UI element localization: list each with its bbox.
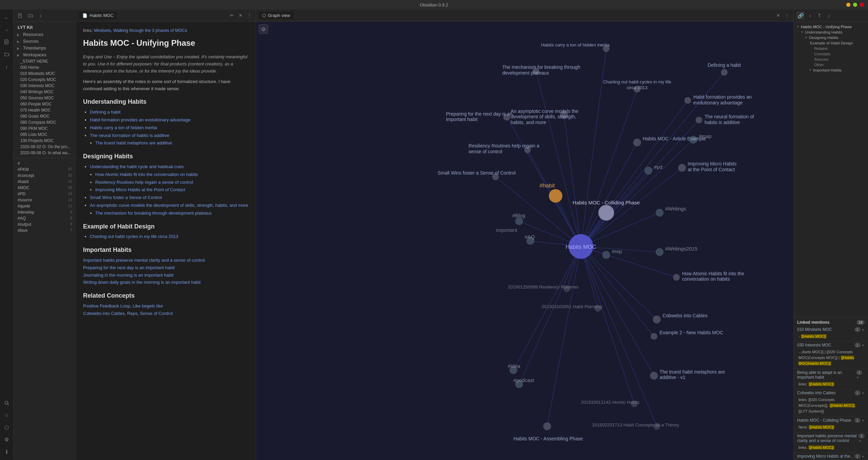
- sidebar-new-note[interactable]: [16, 12, 24, 20]
- sort-icon[interactable]: ↕: [1, 61, 12, 72]
- hashtag-develop[interactable]: #develop9: [14, 209, 76, 215]
- sidebar-item-085[interactable]: 085 Compass MOC: [14, 119, 76, 125]
- edit-icon[interactable]: ✏: [228, 12, 235, 19]
- graph-canvas[interactable]: ⚙: [256, 22, 793, 460]
- sidebar-item-080[interactable]: 080 Goals MOC: [14, 113, 76, 119]
- link-mindsets[interactable]: Mindsets: [94, 28, 111, 33]
- hashtag-source[interactable]: #source13: [14, 197, 76, 203]
- editor-content[interactable]: links: Mindsets, Walking through the 3 p…: [76, 22, 256, 460]
- outline-item-other[interactable]: Other: [794, 62, 868, 67]
- close-graph-icon[interactable]: ✕: [774, 12, 782, 19]
- hashtag-quote[interactable]: #quote11: [14, 203, 76, 209]
- link-cobwebs[interactable]: Cobwebs into Cables: [83, 311, 125, 316]
- sidebar-item-010[interactable]: 010 Mindsets MOC: [14, 71, 76, 77]
- sidebar-item-020[interactable]: 020 Concepts MOC: [14, 77, 76, 83]
- sidebar-item-090[interactable]: 090 PKM MOC: [14, 125, 76, 132]
- outline-item-designing[interactable]: ▼ Designing Habits: [794, 35, 868, 40]
- mention-group-header[interactable]: Habits MOC - Colliding Phase 1 ▼: [794, 417, 868, 424]
- link-sense-of-control[interactable]: Sense of Control: [140, 311, 173, 316]
- close-editor-icon[interactable]: ✕: [237, 12, 244, 19]
- hashtag-moc[interactable]: #MOC25: [14, 185, 76, 191]
- outline-item-important-habits[interactable]: ▼ Important Habits: [794, 67, 868, 73]
- link-mental-clarity[interactable]: Important habits preserve mental clarity…: [83, 257, 249, 264]
- sidebar-section-sources[interactable]: ▶Sources: [14, 38, 76, 45]
- hashtag-pd[interactable]: #PD14: [14, 191, 76, 197]
- link-next-day[interactable]: Preparing for the next day is an importa…: [83, 264, 249, 272]
- link-micro-habits[interactable]: Improving Micro Habits at the Point of C…: [95, 187, 185, 192]
- hashtag-habit[interactable]: #habit31: [14, 179, 76, 185]
- hashtag-aq[interactable]: #AQ8: [14, 215, 76, 221]
- hashtag-concept[interactable]: #concept32: [14, 173, 76, 179]
- outline-item-sources[interactable]: Sources: [794, 57, 868, 62]
- link-small-wins[interactable]: Small Wins foster a Sense of Control: [90, 195, 162, 200]
- sidebar-item-start[interactable]: _START HERE: [14, 58, 76, 64]
- sidebar-item-095[interactable]: 095 Lists MOC: [14, 132, 76, 138]
- mention-group-header[interactable]: 010 Mindsets MOC 1 ▼: [794, 326, 868, 333]
- search-icon[interactable]: [1, 398, 12, 408]
- sidebar-item-030[interactable]: 030 Interests MOC: [14, 83, 76, 89]
- bookmark-icon[interactable]: ☆: [1, 410, 12, 421]
- sidebar-item-20200602[interactable]: 2020-06-02 O- On the pro...: [14, 144, 76, 150]
- graph-settings-btn[interactable]: ⚙: [259, 24, 268, 34]
- sidebar-sort[interactable]: ↕: [37, 12, 45, 20]
- mention-group-header[interactable]: 030 Interests MOC 1 ▼: [794, 342, 868, 348]
- link-habit-cycle[interactable]: Understanding the habit cycle and habitu…: [90, 164, 184, 169]
- outline-item-concepts[interactable]: Concepts: [794, 51, 868, 57]
- mention-group-header[interactable]: Important habits preserve mental clarity…: [794, 433, 868, 444]
- forward-icon[interactable]: →: [1, 24, 12, 35]
- link-positive-loop[interactable]: Positive Feedback Loop: [83, 303, 130, 308]
- panel-link-icon[interactable]: 🔗: [796, 12, 805, 20]
- close-btn[interactable]: [860, 3, 864, 7]
- hashtag-fave[interactable]: #fave7: [14, 227, 76, 234]
- link-habits-inertia[interactable]: Habits carry a ton of hidden inertia: [90, 125, 157, 130]
- hashtag-pkm[interactable]: #PKM47: [14, 166, 76, 173]
- open-folder-icon[interactable]: [1, 49, 12, 60]
- sidebar-section-workspaces[interactable]: ▶Workspaces: [14, 52, 76, 58]
- more-options-icon[interactable]: ⋮: [245, 12, 253, 19]
- mention-group-header[interactable]: Cobwebs into Cables 1 ▼: [794, 389, 868, 396]
- sidebar-item-20200808[interactable]: 2020-08-08 O- In what way...: [14, 150, 76, 156]
- mention-group-header[interactable]: Being able to adapt is an important habi…: [794, 369, 868, 381]
- hashtag-hash[interactable]: #: [14, 160, 76, 166]
- link-resiliency[interactable]: Resiliency Routines help regain a sense …: [95, 180, 193, 185]
- link-neural-formation[interactable]: The neural formation of habits is additi…: [90, 133, 169, 138]
- link-truest[interactable]: The truest habit metaphors are additive: [95, 140, 172, 145]
- editor-tab[interactable]: 📄 Habits MOC: [79, 12, 117, 19]
- sidebar-item-000[interactable]: 000 Home: [14, 64, 76, 71]
- link-reps[interactable]: Reps: [127, 311, 137, 316]
- panel-heading-icon[interactable]: T: [815, 12, 824, 20]
- info-icon[interactable]: ℹ: [1, 446, 12, 457]
- mention-group-header[interactable]: Improving Micro Habits at the... 1 ▼: [794, 453, 868, 460]
- sidebar-item-050[interactable]: 050 Sources MOC: [14, 95, 76, 101]
- panel-sort2-icon[interactable]: ↨: [825, 12, 833, 20]
- link-mechanism[interactable]: The mechanism for breaking through devel…: [95, 211, 212, 216]
- sidebar-item-070[interactable]: 070 Health MOC: [14, 107, 76, 113]
- more-graph-options-icon[interactable]: ⋮: [783, 12, 791, 19]
- link-like-begets[interactable]: Like begets like: [133, 303, 163, 308]
- link-defining[interactable]: Defining a habit: [90, 109, 120, 115]
- link-writing-goals[interactable]: Writing down daily goals in the morning …: [83, 279, 249, 286]
- link-phases[interactable]: Walking through the 3 phases of MOCs: [113, 28, 187, 33]
- new-note-icon[interactable]: [1, 37, 12, 47]
- back-icon[interactable]: ←: [1, 12, 12, 23]
- sidebar-item-100[interactable]: 100 Projects MOC: [14, 138, 76, 144]
- sidebar-open-folder[interactable]: [26, 12, 35, 20]
- outline-item-related[interactable]: Related: [794, 46, 868, 51]
- plugins-icon[interactable]: ⬡: [1, 422, 12, 433]
- sidebar-section-timestamps[interactable]: ▶Timestamps: [14, 45, 76, 52]
- minimize-btn[interactable]: [846, 3, 850, 7]
- panel-sort-icon[interactable]: ↕: [806, 12, 814, 20]
- outline-item-understanding[interactable]: ▼ Understanding Habits: [794, 29, 868, 35]
- link-atomic[interactable]: How Atomic Habits fit into the conversat…: [95, 172, 198, 177]
- window-controls[interactable]: [846, 3, 864, 7]
- hashtag-output[interactable]: #output8: [14, 221, 76, 227]
- link-charting[interactable]: Charting out habit cycles in my life cir…: [90, 234, 178, 239]
- link-journaling[interactable]: Journaling in the morning is an importan…: [83, 272, 249, 279]
- sidebar-item-060[interactable]: 060 People MOC: [14, 101, 76, 107]
- outline-item-root[interactable]: ▼ Habits MOC - Unifying Phase: [794, 24, 868, 29]
- sidebar-item-040[interactable]: 040 Writings MOC: [14, 89, 76, 95]
- link-asymptotic[interactable]: An asymptotic curve models the developme…: [90, 203, 248, 208]
- gear-icon[interactable]: ⚙: [1, 434, 12, 445]
- sidebar-section-resources[interactable]: ▶Resources: [14, 31, 76, 38]
- graph-tab[interactable]: ⬡ Graph view: [259, 12, 294, 19]
